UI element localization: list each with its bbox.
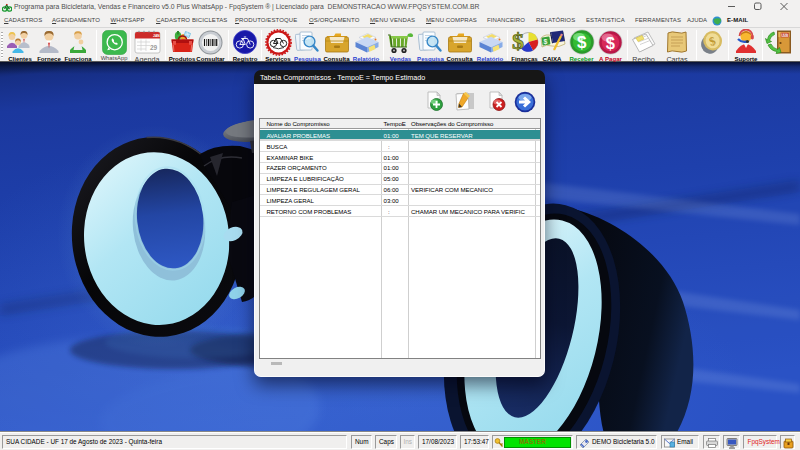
svg-text:$: $ (512, 29, 524, 54)
svg-text:$: $ (543, 38, 547, 46)
svg-text:$: $ (577, 33, 587, 52)
svg-text:29: 29 (150, 44, 158, 51)
svg-text:$: $ (606, 33, 615, 51)
svg-text:JAN: JAN (153, 34, 160, 38)
svg-text:EXIT: EXIT (782, 33, 789, 37)
